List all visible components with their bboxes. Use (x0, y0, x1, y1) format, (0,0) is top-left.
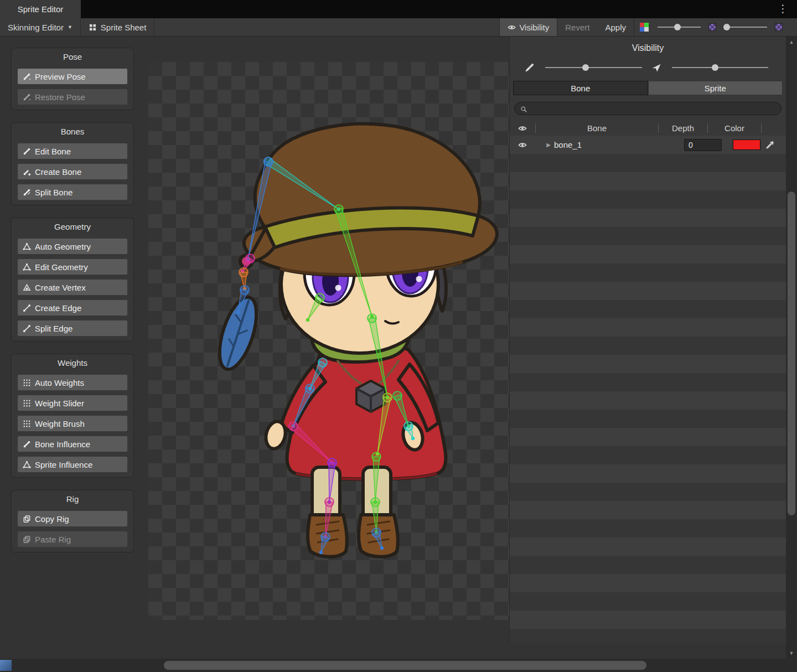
corner-accent[interactable] (0, 660, 12, 671)
geom-icon (23, 263, 31, 271)
scroll-down-icon[interactable]: ▼ (786, 648, 797, 659)
button-label: Split Edge (35, 324, 73, 333)
mesh-opacity-slider[interactable] (672, 67, 769, 68)
toolbar-separator (154, 18, 154, 36)
vertical-scrollbar[interactable]: ▲ ▼ (786, 37, 797, 659)
create-bone-button[interactable]: Create Bone (17, 163, 128, 180)
visibility-toggle-button[interactable]: Visibility (499, 18, 557, 36)
sprite-editor-tab[interactable]: Sprite Editor (0, 0, 81, 18)
bone[interactable] (292, 384, 314, 428)
bone[interactable] (289, 422, 334, 464)
depth-value: 0 (689, 141, 693, 149)
edit-geometry-button[interactable]: Edit Geometry (17, 259, 128, 275)
bone[interactable] (306, 293, 324, 322)
button-label: Paste Rig (35, 535, 71, 544)
tab-sprite-label: Sprite (705, 84, 726, 93)
auto-weights-button[interactable]: Auto Weights (17, 374, 128, 391)
skinning-editor-dropdown[interactable]: Skinning Editor ▼ (0, 18, 80, 36)
sprite-sheet-label: Sprite Sheet (101, 23, 147, 32)
brightness-slider-thumb[interactable] (723, 24, 730, 30)
bone-column-header[interactable]: Bone (536, 123, 658, 133)
search-input[interactable] (530, 104, 775, 113)
disclosure-triangle-icon[interactable]: ▶ (543, 142, 554, 148)
visibility-sliders (510, 58, 786, 79)
preview-pose-button[interactable]: Preview Pose (17, 68, 128, 85)
bone[interactable] (372, 452, 381, 504)
bone-opacity-icon (524, 62, 535, 73)
chevron-down-icon: ▼ (68, 24, 73, 30)
eye-icon (508, 23, 516, 32)
weight-slider-button[interactable]: Weight Slider (17, 395, 128, 411)
alpha-slider-thumb[interactable] (674, 24, 681, 30)
swatch-icon[interactable] (775, 23, 783, 31)
button-label: Create Bone (35, 167, 81, 177)
bone-overlay[interactable] (148, 62, 509, 620)
create-vertex-button[interactable]: Create Vertex (17, 279, 128, 296)
sprite-canvas[interactable] (148, 62, 509, 620)
visibility-button-label: Visibility (519, 23, 549, 32)
kebab-menu-icon[interactable]: ⋮ (778, 2, 788, 15)
bone[interactable] (246, 157, 273, 261)
pose-panel: PosePreview PoseRestore Pose (11, 48, 134, 110)
toolbar-separator (634, 18, 634, 36)
dots-icon (23, 399, 31, 407)
horizontal-scrollbar[interactable] (0, 659, 797, 672)
apply-label: Apply (605, 23, 626, 32)
horizontal-scroll-thumb[interactable] (164, 661, 646, 670)
split-bone-button[interactable]: Split Bone (17, 184, 128, 200)
search-field[interactable] (514, 102, 782, 115)
visibility-panel-title: Visibility (510, 37, 786, 58)
eye-header-icon[interactable] (517, 124, 527, 133)
bone[interactable] (328, 458, 337, 504)
vertical-scroll-thumb[interactable] (788, 192, 795, 515)
bone-influence-button[interactable]: Bone Influence (17, 436, 128, 452)
weight-brush-button[interactable]: Weight Brush (17, 415, 128, 432)
depth-input[interactable]: 0 (684, 139, 722, 151)
apply-button[interactable]: Apply (597, 18, 634, 36)
button-label: Weight Slider (35, 399, 84, 408)
bone[interactable] (368, 314, 389, 399)
bone[interactable] (376, 393, 392, 456)
alpha-slider[interactable] (658, 27, 701, 28)
bone-opacity-slider-thumb[interactable] (582, 64, 589, 71)
tab-sprite[interactable]: Sprite (648, 81, 783, 95)
bone-split-icon (23, 188, 31, 197)
geometry-panel: GeometryAuto GeometryEdit GeometryCreate… (11, 218, 134, 342)
geom-icon (23, 461, 31, 469)
main-toolbar: Skinning Editor ▼ Sprite Sheet Visibilit… (0, 18, 797, 37)
copy-rig-button[interactable]: Copy Rig (17, 510, 128, 527)
sprite-sheet-button[interactable]: Sprite Sheet (81, 18, 154, 36)
pose-icon (23, 93, 31, 101)
bone[interactable] (404, 422, 415, 440)
scroll-up-icon[interactable]: ▲ (786, 37, 797, 48)
revert-button: Revert (557, 18, 597, 36)
bone[interactable] (264, 157, 340, 211)
bone[interactable] (319, 533, 330, 554)
depth-column-header[interactable]: Depth (659, 123, 707, 133)
bone[interactable] (372, 528, 384, 550)
restore-pose-button: Restore Pose (17, 89, 128, 105)
brightness-slider[interactable] (724, 27, 767, 28)
split-edge-button[interactable]: Split Edge (17, 320, 128, 337)
button-label: Sprite Influence (35, 460, 92, 469)
bone-color-swatch[interactable] (733, 139, 760, 150)
rgb-channels-icon[interactable] (640, 23, 649, 32)
paste-rig-button: Paste Rig (17, 531, 128, 547)
bone-opacity-slider[interactable] (545, 67, 642, 68)
button-label: Bone Influence (35, 440, 90, 449)
bone[interactable] (236, 286, 249, 314)
create-edge-button[interactable]: Create Edge (17, 299, 128, 316)
tab-bone[interactable]: Bone (513, 81, 648, 95)
swatch-icon[interactable] (708, 23, 716, 31)
rig-panel: RigCopy RigPaste Rig (11, 490, 134, 552)
color-column-header[interactable]: Color (708, 123, 761, 133)
edit-bone-button[interactable]: Edit Bone (17, 143, 128, 159)
mesh-opacity-slider-thumb[interactable] (712, 64, 718, 71)
auto-geometry-button[interactable]: Auto Geometry (17, 238, 128, 255)
bone-row[interactable]: ▶ bone_1 0 (510, 136, 786, 154)
bone[interactable] (334, 205, 374, 318)
sprite-influence-button[interactable]: Sprite Influence (17, 456, 128, 473)
panel-title: Pose (12, 48, 133, 64)
eyedropper-icon[interactable] (764, 140, 776, 150)
row-eye-icon[interactable] (510, 141, 535, 149)
